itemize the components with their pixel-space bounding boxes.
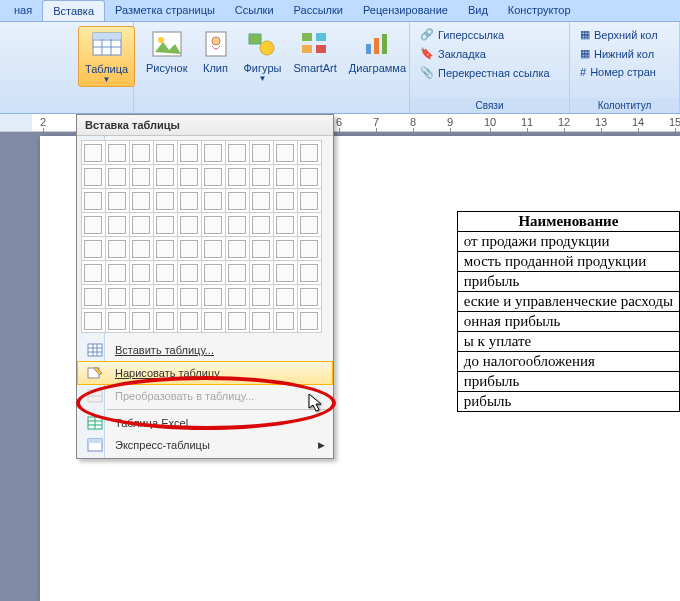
grid-cell[interactable] (84, 216, 102, 234)
table-cell[interactable]: ы к уплате (457, 332, 679, 352)
grid-cell[interactable] (156, 192, 174, 210)
grid-cell[interactable] (204, 216, 222, 234)
grid-cell[interactable] (204, 144, 222, 162)
insert-table-item[interactable]: Вставить таблицу... (77, 339, 333, 361)
pagenum-button[interactable]: #Номер стран (576, 64, 662, 80)
grid-cell[interactable] (84, 240, 102, 258)
footer-button[interactable]: ▦Нижний кол (576, 45, 662, 62)
draw-table-item[interactable]: Нарисовать таблицу (77, 361, 333, 385)
grid-cell[interactable] (84, 168, 102, 186)
excel-table-item[interactable]: Таблица Excel (77, 412, 333, 434)
grid-cell[interactable] (228, 240, 246, 258)
grid-cell[interactable] (180, 264, 198, 282)
bookmark-button[interactable]: 🔖Закладка (416, 45, 554, 62)
grid-cell[interactable] (204, 240, 222, 258)
grid-cell[interactable] (180, 144, 198, 162)
grid-cell[interactable] (276, 240, 294, 258)
chart-button[interactable]: Диаграмма (343, 26, 412, 76)
grid-cell[interactable] (132, 192, 150, 210)
tab-insert[interactable]: Вставка (42, 0, 105, 21)
grid-cell[interactable] (108, 240, 126, 258)
grid-cell[interactable] (204, 312, 222, 330)
grid-cell[interactable] (228, 192, 246, 210)
grid-cell[interactable] (276, 312, 294, 330)
grid-cell[interactable] (204, 192, 222, 210)
grid-cell[interactable] (228, 216, 246, 234)
header-button[interactable]: ▦Верхний кол (576, 26, 662, 43)
grid-cell[interactable] (276, 264, 294, 282)
document-table[interactable]: Наименование от продажи продукциимость п… (457, 211, 680, 412)
grid-cell[interactable] (276, 168, 294, 186)
grid-cell[interactable] (300, 168, 318, 186)
grid-cell[interactable] (132, 264, 150, 282)
shapes-button[interactable]: Фигуры ▼ (238, 26, 288, 85)
grid-cell[interactable] (276, 144, 294, 162)
tab-page-layout[interactable]: Разметка страницы (105, 0, 225, 21)
grid-cell[interactable] (180, 240, 198, 258)
table-cell[interactable]: рибыль (457, 392, 679, 412)
tab-view[interactable]: Вид (458, 0, 498, 21)
grid-cell[interactable] (132, 240, 150, 258)
grid-cell[interactable] (132, 312, 150, 330)
grid-cell[interactable] (276, 288, 294, 306)
tab-review[interactable]: Рецензирование (353, 0, 458, 21)
grid-cell[interactable] (180, 192, 198, 210)
table-header-cell[interactable]: Наименование (457, 212, 679, 232)
tab-references[interactable]: Ссылки (225, 0, 284, 21)
grid-cell[interactable] (252, 240, 270, 258)
tab-home-partial[interactable]: ная (4, 0, 42, 21)
tab-design[interactable]: Конструктор (498, 0, 581, 21)
grid-cell[interactable] (156, 168, 174, 186)
grid-cell[interactable] (228, 144, 246, 162)
grid-cell[interactable] (108, 312, 126, 330)
grid-cell[interactable] (204, 264, 222, 282)
grid-cell[interactable] (84, 288, 102, 306)
grid-cell[interactable] (228, 168, 246, 186)
grid-cell[interactable] (252, 288, 270, 306)
grid-cell[interactable] (276, 216, 294, 234)
grid-cell[interactable] (276, 192, 294, 210)
picture-button[interactable]: Рисунок (140, 26, 194, 76)
grid-cell[interactable] (156, 264, 174, 282)
grid-cell[interactable] (300, 240, 318, 258)
grid-cell[interactable] (156, 288, 174, 306)
tab-mailings[interactable]: Рассылки (284, 0, 353, 21)
grid-cell[interactable] (204, 288, 222, 306)
grid-cell[interactable] (300, 144, 318, 162)
table-cell[interactable]: прибыль (457, 372, 679, 392)
hyperlink-button[interactable]: 🔗Гиперссылка (416, 26, 554, 43)
grid-cell[interactable] (108, 264, 126, 282)
grid-cell[interactable] (84, 264, 102, 282)
grid-cell[interactable] (156, 144, 174, 162)
grid-cell[interactable] (108, 216, 126, 234)
grid-cell[interactable] (108, 288, 126, 306)
grid-cell[interactable] (84, 144, 102, 162)
grid-cell[interactable] (252, 312, 270, 330)
grid-cell[interactable] (156, 216, 174, 234)
grid-cell[interactable] (108, 144, 126, 162)
grid-cell[interactable] (204, 168, 222, 186)
table-size-grid[interactable] (77, 136, 333, 337)
crossref-button[interactable]: 📎Перекрестная ссылка (416, 64, 554, 81)
grid-cell[interactable] (84, 312, 102, 330)
table-cell[interactable]: онная прибыль (457, 312, 679, 332)
smartart-button[interactable]: SmartArt (287, 26, 342, 76)
grid-cell[interactable] (228, 312, 246, 330)
grid-cell[interactable] (252, 216, 270, 234)
table-cell[interactable]: еские и управленческие расходы (457, 292, 679, 312)
grid-cell[interactable] (300, 192, 318, 210)
grid-cell[interactable] (156, 240, 174, 258)
grid-cell[interactable] (252, 264, 270, 282)
grid-cell[interactable] (108, 192, 126, 210)
grid-cell[interactable] (108, 168, 126, 186)
grid-cell[interactable] (132, 144, 150, 162)
grid-cell[interactable] (300, 216, 318, 234)
grid-cell[interactable] (180, 288, 198, 306)
table-button[interactable]: Таблица ▼ (78, 26, 135, 87)
express-tables-item[interactable]: Экспресс-таблицы ▶ (77, 434, 333, 456)
table-cell[interactable]: от продажи продукции (457, 232, 679, 252)
table-cell[interactable]: мость проданной продукции (457, 252, 679, 272)
grid-cell[interactable] (300, 288, 318, 306)
grid-cell[interactable] (132, 288, 150, 306)
grid-cell[interactable] (132, 168, 150, 186)
